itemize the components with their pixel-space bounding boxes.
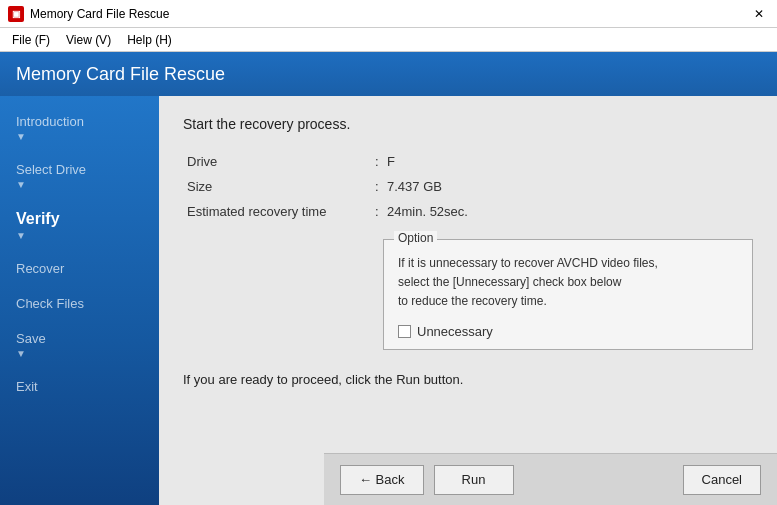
close-button[interactable]: ✕ [749,4,769,24]
titlebar-title: Memory Card File Rescue [30,7,169,21]
sidebar-item-introduction[interactable]: Introduction ▼ [0,104,159,152]
menu-help[interactable]: Help (H) [119,31,180,49]
content-area: Start the recovery process. Drive : F Si… [159,96,777,505]
sidebar: Introduction ▼ Select Drive ▼ Verify ▼ R… [0,96,159,505]
arrow-icon-save: ▼ [16,348,26,359]
arrow-icon-introduction: ▼ [16,131,26,142]
arrow-icon-select-drive: ▼ [16,179,26,190]
content-title: Start the recovery process. [183,116,753,132]
size-label: Size [187,177,367,196]
app-icon: ▣ [8,6,24,22]
info-table: Drive : F Size : 7.437 GB Estimated reco… [187,152,753,221]
drive-colon: : [367,152,387,171]
arrow-icon-verify: ▼ [16,230,26,241]
unnecessary-row[interactable]: Unnecessary [398,324,738,339]
sidebar-item-verify[interactable]: Verify ▼ [0,200,159,251]
size-colon: : [367,177,387,196]
size-value: 7.437 GB [387,177,753,196]
cancel-button[interactable]: Cancel [683,465,761,495]
sidebar-item-select-drive[interactable]: Select Drive ▼ [0,152,159,200]
sidebar-item-recover[interactable]: Recover [0,251,159,286]
footer: ← Back Run Cancel [324,453,777,505]
sidebar-item-save[interactable]: Save ▼ [0,321,159,369]
option-box: Option If it is unnecessary to recover A… [383,239,753,350]
drive-label: Drive [187,152,367,171]
drive-value: F [387,152,753,171]
menu-view[interactable]: View (V) [58,31,119,49]
ready-text: If you are ready to proceed, click the R… [183,372,753,387]
app-header: Memory Card File Rescue [0,52,777,96]
est-label: Estimated recovery time [187,202,367,221]
app-header-title: Memory Card File Rescue [16,64,225,85]
sidebar-item-check-files[interactable]: Check Files [0,286,159,321]
footer-left: ← Back Run [340,465,514,495]
option-box-title: Option [394,231,437,245]
main-layout: Introduction ▼ Select Drive ▼ Verify ▼ R… [0,96,777,505]
unnecessary-label: Unnecessary [417,324,493,339]
unnecessary-checkbox[interactable] [398,325,411,338]
titlebar: ▣ Memory Card File Rescue ✕ [0,0,777,28]
est-colon: : [367,202,387,221]
sidebar-item-exit[interactable]: Exit [0,369,159,404]
menubar: File (F) View (V) Help (H) [0,28,777,52]
titlebar-left: ▣ Memory Card File Rescue [8,6,169,22]
run-button[interactable]: Run [434,465,514,495]
back-button[interactable]: ← Back [340,465,424,495]
option-box-text: If it is unnecessary to recover AVCHD vi… [398,254,738,312]
menu-file[interactable]: File (F) [4,31,58,49]
est-value: 24min. 52sec. [387,202,753,221]
